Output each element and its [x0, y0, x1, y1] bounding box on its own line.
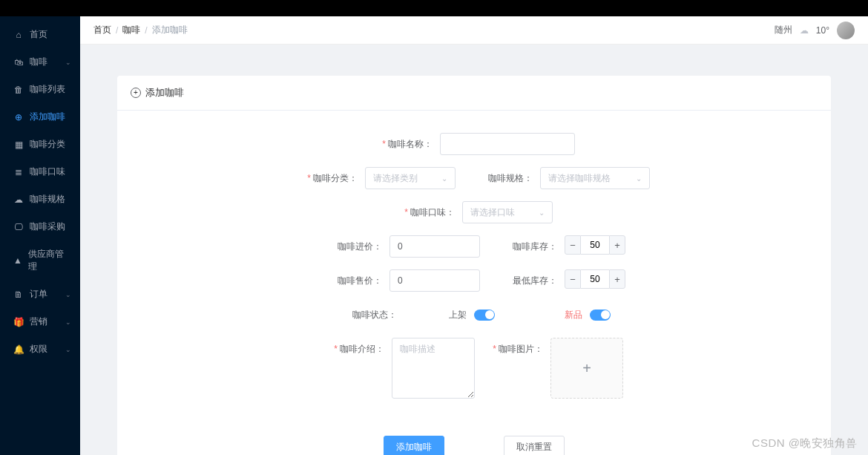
breadcrumb-home[interactable]: 首页: [93, 24, 111, 36]
cost-label: 咖啡进价：: [323, 235, 389, 258]
sidebar-item-purchase[interactable]: 🖵咖啡采购: [0, 213, 80, 240]
price-input[interactable]: [389, 269, 480, 292]
breadcrumb-parent[interactable]: 咖啡: [122, 24, 140, 36]
separator-icon: /: [116, 25, 118, 36]
avatar[interactable]: [837, 22, 855, 39]
chevron-down-icon: ⌄: [65, 318, 71, 326]
sidebar-item-label: 咖啡口味: [30, 166, 65, 178]
sidebar-item-coffee-list[interactable]: 🗑咖啡列表: [0, 76, 80, 103]
name-label: 咖啡名称：: [373, 133, 440, 155]
submit-button[interactable]: 添加咖啡: [384, 436, 444, 455]
cost-input[interactable]: [389, 235, 480, 258]
stock-label: 咖啡库存：: [498, 235, 565, 258]
document-icon: 🗎: [13, 289, 24, 300]
stepper-minus[interactable]: −: [565, 235, 581, 255]
min-stock-stepper[interactable]: − +: [565, 269, 625, 289]
plus-circle-icon: ⊕: [13, 112, 24, 122]
list-icon: ≣: [13, 167, 24, 177]
stock-input[interactable]: [581, 235, 609, 255]
home-icon: ⌂: [13, 30, 24, 40]
taste-select[interactable]: 请选择口味⌄: [462, 201, 553, 223]
category-label: 咖啡分类：: [298, 167, 365, 189]
chevron-down-icon: ⌄: [65, 291, 71, 298]
sidebar-item-label: 权限: [30, 343, 47, 356]
sidebar-item-label: 首页: [30, 28, 47, 41]
sidebar: ⌂首页 🛍咖啡⌄ 🗑咖啡列表 ⊕添加咖啡 ▦咖啡分类 ≣咖啡口味 ☁咖啡规格 🖵…: [0, 16, 80, 455]
chevron-down-icon: ⌄: [636, 174, 642, 183]
desc-textarea[interactable]: [392, 338, 475, 399]
chevron-down-icon: ⌄: [65, 59, 71, 66]
desc-label: 咖啡介绍：: [325, 338, 392, 360]
min-stock-input[interactable]: [581, 269, 609, 289]
sidebar-item-label: 添加咖啡: [30, 111, 65, 123]
weather-temp: 10°: [816, 25, 829, 36]
watermark: CSDN @晚安独角兽: [752, 436, 858, 451]
chevron-down-icon: ⌄: [539, 209, 545, 217]
taste-label: 咖啡口味：: [395, 201, 462, 223]
price-label: 咖啡售价：: [323, 269, 389, 292]
reset-button[interactable]: 取消重置: [504, 436, 565, 455]
gift-icon: 🎁: [13, 317, 24, 327]
sidebar-item-orders[interactable]: 🗎订单⌄: [0, 281, 80, 308]
sidebar-item-label: 营销: [30, 315, 47, 328]
status-label: 咖啡状态：: [338, 304, 404, 326]
sidebar-item-category[interactable]: ▦咖啡分类: [0, 131, 80, 158]
monitor-icon: 🖵: [13, 222, 24, 232]
sidebar-item-marketing[interactable]: 🎁营销⌄: [0, 308, 80, 335]
breadcrumb-current: 添加咖啡: [152, 24, 188, 36]
image-label: 咖啡图片：: [493, 338, 550, 360]
spec-select[interactable]: 请选择咖啡规格⌄: [540, 167, 650, 189]
chevron-down-icon: ⌄: [441, 174, 447, 183]
sidebar-item-label: 供应商管理: [28, 248, 67, 273]
sidebar-item-coffee[interactable]: 🛍咖啡⌄: [0, 48, 80, 76]
stock-stepper[interactable]: − +: [565, 235, 625, 255]
new-switch[interactable]: [590, 310, 611, 321]
status-on-label: 上架: [449, 309, 467, 321]
status-switch[interactable]: [474, 310, 495, 321]
sidebar-item-label: 咖啡: [30, 56, 47, 68]
bag-icon: 🛍: [13, 57, 24, 68]
image-uploader[interactable]: +: [550, 338, 623, 399]
sidebar-item-label: 咖啡分类: [30, 138, 65, 151]
trash-icon: 🗑: [13, 85, 24, 95]
spec-label: 咖啡规格：: [473, 167, 540, 189]
sidebar-item-label: 咖啡规格: [30, 193, 65, 206]
weather-icon: ☁: [800, 25, 809, 36]
plus-icon: +: [582, 360, 591, 377]
sidebar-item-label: 咖啡采购: [30, 220, 65, 233]
sidebar-item-spec[interactable]: ☁咖啡规格: [0, 186, 80, 213]
sidebar-item-add-coffee[interactable]: ⊕添加咖啡: [0, 103, 80, 131]
bell-icon: 🔔: [13, 344, 24, 355]
grid-icon: ▦: [13, 140, 24, 150]
breadcrumb: 首页 / 咖啡 / 添加咖啡: [93, 24, 188, 36]
sidebar-item-taste[interactable]: ≣咖啡口味: [0, 158, 80, 186]
cloud-icon: ☁: [13, 194, 24, 205]
sidebar-item-label: 咖啡列表: [30, 83, 65, 96]
new-label: 新品: [565, 309, 582, 321]
stepper-plus[interactable]: +: [609, 269, 625, 289]
chevron-down-icon: ⌄: [65, 346, 71, 353]
card: + 添加咖啡 咖啡名称： 咖啡分类： 请选择类别⌄: [117, 76, 831, 455]
sidebar-item-home[interactable]: ⌂首页: [0, 21, 80, 48]
separator-icon: /: [145, 25, 147, 36]
sidebar-item-permission[interactable]: 🔔权限⌄: [0, 335, 80, 363]
name-input[interactable]: [440, 133, 575, 155]
card-title: + 添加咖啡: [117, 76, 831, 111]
stepper-minus[interactable]: −: [565, 269, 581, 289]
weather-city: 随州: [775, 24, 792, 36]
person-icon: ▲: [13, 255, 22, 266]
header: 首页 / 咖啡 / 添加咖啡 随州 ☁ 10°: [80, 16, 868, 45]
min-stock-label: 最低库存：: [498, 269, 565, 292]
sidebar-item-supplier[interactable]: ▲供应商管理: [0, 240, 80, 281]
plus-circle-icon: +: [131, 88, 141, 98]
stepper-plus[interactable]: +: [609, 235, 625, 255]
category-select[interactable]: 请选择类别⌄: [365, 167, 456, 189]
sidebar-item-label: 订单: [30, 288, 47, 301]
